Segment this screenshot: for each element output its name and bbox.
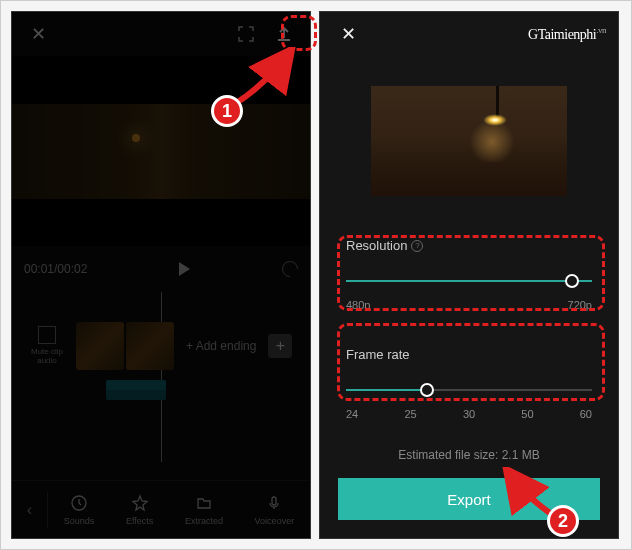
voiceover-icon [264,493,284,513]
framerate-tick: 50 [521,408,533,420]
back-button[interactable]: ‹ [12,492,48,528]
add-clip-button[interactable]: + [268,334,292,358]
fullscreen-icon[interactable] [230,18,262,50]
clip-thumbnail[interactable] [126,322,174,370]
resolution-label: Resolution [346,238,407,253]
export-screen: ✕ GTaimienphi.vn Resolution ? 480p 720p [319,11,619,539]
resolution-max: 720p [568,299,592,311]
framerate-label: Frame rate [346,347,410,362]
tool-sounds[interactable]: Sounds [64,493,95,526]
export-button[interactable]: Export [338,478,600,520]
undo-icon[interactable] [279,258,302,281]
playhead[interactable] [161,292,162,462]
svg-rect-1 [272,497,276,505]
clip-thumbnail[interactable] [76,322,124,370]
filesize-text: Estimated file size: 2.1 MB [320,448,618,462]
tool-voiceover[interactable]: Voiceover [255,493,295,526]
add-ending-button[interactable]: + Add ending [176,339,266,353]
tool-extracted[interactable]: Extracted [185,493,223,526]
audio-track[interactable] [106,380,166,400]
mute-clip-button[interactable]: Mute clip audio [22,326,72,365]
timeline[interactable]: Mute clip audio + Add ending + [12,292,310,462]
watermark-logo: GTaimienphi.vn [528,25,606,43]
editor-screen: ✕ 00:01/00:02 [11,11,311,539]
bottom-toolbar: ‹ Sounds Effects [12,480,310,538]
timecode: 00:01/00:02 [24,262,87,276]
resolution-section: Resolution ? 480p 720p [338,226,600,325]
play-button[interactable] [179,262,190,276]
playbar: 00:01/00:02 [12,246,310,292]
export-preview [371,86,567,196]
help-icon[interactable]: ? [411,240,423,252]
framerate-tick: 30 [463,408,475,420]
framerate-tick: 25 [404,408,416,420]
video-preview[interactable] [12,56,310,246]
clip-track[interactable]: + Add ending + [76,322,292,370]
close-icon[interactable]: ✕ [22,18,54,50]
extracted-icon [194,493,214,513]
sounds-icon [69,493,89,513]
close-icon[interactable]: ✕ [332,18,364,50]
export-topbar: ✕ GTaimienphi.vn [320,12,618,56]
resolution-min: 480p [346,299,370,311]
tool-effects[interactable]: Effects [126,493,153,526]
editor-topbar: ✕ [12,12,310,56]
framerate-tick: 60 [580,408,592,420]
framerate-section: Frame rate 24 25 30 50 60 [338,335,600,434]
resolution-slider[interactable] [346,269,592,293]
framerate-slider[interactable] [346,378,592,402]
export-icon[interactable] [268,18,300,50]
effects-icon [130,493,150,513]
framerate-tick: 24 [346,408,358,420]
